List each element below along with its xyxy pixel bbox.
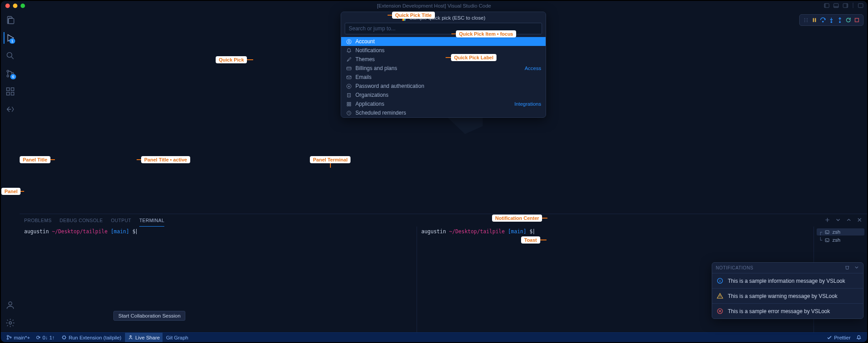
branch-icon bbox=[6, 335, 12, 340]
liveshare-icon[interactable] bbox=[4, 103, 16, 115]
pause-icon[interactable] bbox=[811, 17, 818, 24]
notification-item-err[interactable]: This is a sample error message by VSLook bbox=[712, 303, 863, 318]
svg-point-46 bbox=[7, 338, 8, 339]
svg-point-21 bbox=[807, 20, 808, 21]
close-panel-icon[interactable] bbox=[856, 217, 863, 224]
notification-item-info[interactable]: This is a sample information message by … bbox=[712, 273, 863, 288]
clear-all-icon[interactable] bbox=[844, 264, 850, 271]
zoom-window-icon[interactable] bbox=[21, 4, 25, 8]
close-window-icon[interactable] bbox=[5, 4, 10, 8]
status-liveshare[interactable]: Live Share bbox=[125, 333, 163, 342]
svg-rect-39 bbox=[349, 104, 351, 106]
status-notifications-bell[interactable] bbox=[853, 335, 864, 340]
info-icon bbox=[717, 277, 723, 284]
debug-toolbar bbox=[799, 14, 864, 26]
panel-tab-debug-console[interactable]: DEBUG CONSOLE bbox=[60, 214, 103, 227]
quick-pick-item-emails[interactable]: Emails bbox=[341, 73, 546, 82]
svg-point-16 bbox=[9, 322, 12, 324]
panel-bottom-icon[interactable] bbox=[833, 3, 839, 9]
lock-icon bbox=[346, 83, 352, 89]
quick-pick-item-themes[interactable]: Themes bbox=[341, 55, 546, 64]
chevron-down-icon[interactable] bbox=[835, 217, 841, 224]
step-over-icon[interactable] bbox=[819, 17, 826, 24]
svg-point-9 bbox=[7, 75, 8, 77]
panel-right-icon[interactable] bbox=[843, 3, 848, 9]
panel-left-icon[interactable] bbox=[824, 3, 830, 9]
quick-pick-item-password[interactable]: Password and authentication bbox=[341, 82, 546, 91]
layout-icon[interactable] bbox=[858, 3, 864, 9]
svg-rect-24 bbox=[815, 18, 816, 22]
minimize-window-icon[interactable] bbox=[13, 4, 17, 8]
panel-tab-terminal[interactable]: TERMINAL bbox=[139, 214, 164, 227]
run-debug-badge: 1 bbox=[9, 38, 15, 44]
status-prettier[interactable]: Prettier bbox=[824, 335, 853, 340]
quick-pick-item-scheduled[interactable]: Scheduled reminders bbox=[341, 108, 546, 117]
quick-pick-input[interactable] bbox=[345, 23, 542, 34]
source-control-icon[interactable]: 6 bbox=[4, 68, 16, 79]
status-gitgraph[interactable]: Git Graph bbox=[163, 333, 191, 342]
traffic-lights[interactable] bbox=[5, 4, 25, 8]
panel-tab-problems[interactable]: PROBLEMS bbox=[24, 214, 52, 227]
quick-pick-item-applications[interactable]: Applications Integrations bbox=[341, 99, 546, 108]
quick-pick-item-account[interactable]: Account bbox=[341, 37, 546, 46]
step-out-icon[interactable] bbox=[836, 17, 843, 24]
hide-icon[interactable] bbox=[854, 264, 860, 271]
quick-pick-item-desc: Integrations bbox=[514, 101, 541, 107]
status-branch-label: main*+ bbox=[14, 335, 30, 340]
body: 1 6 bbox=[1, 11, 867, 332]
svg-point-17 bbox=[805, 18, 805, 19]
quick-pick-item-label: Scheduled reminders bbox=[355, 110, 541, 116]
rainbow-icon: 🌈 bbox=[401, 15, 408, 21]
run-debug-icon[interactable]: 1 bbox=[4, 32, 15, 44]
svg-point-15 bbox=[8, 302, 12, 305]
status-run-extension[interactable]: Run Extension (tailpile) bbox=[58, 333, 124, 342]
status-sync[interactable]: ⟳ 0↓ 1↑ bbox=[33, 333, 58, 342]
terminal-icon bbox=[825, 238, 830, 243]
maximize-panel-icon[interactable] bbox=[846, 217, 852, 224]
card-icon bbox=[346, 66, 352, 71]
drag-handle-icon[interactable] bbox=[802, 17, 810, 24]
svg-rect-5 bbox=[847, 4, 848, 8]
new-terminal-icon[interactable] bbox=[824, 217, 830, 224]
terminal-icon bbox=[825, 230, 830, 235]
status-sync-label: 0↓ 1↑ bbox=[42, 335, 55, 340]
sync-icon: ⟳ bbox=[36, 335, 41, 341]
svg-point-30 bbox=[348, 40, 349, 41]
svg-rect-28 bbox=[855, 18, 859, 22]
titlebar: [Extension Development Host] Visual Stud… bbox=[1, 1, 867, 11]
warning-icon bbox=[717, 293, 723, 299]
check-icon bbox=[826, 335, 832, 340]
quick-pick-item-notifications[interactable]: Notifications bbox=[341, 46, 546, 55]
terminal-tab-2[interactable]: └ zsh bbox=[817, 236, 864, 244]
notification-text: This is a sample error message by VSLook bbox=[728, 308, 830, 314]
status-bar: main*+ ⟳ 0↓ 1↑ Run Extension (tailpile) … bbox=[1, 332, 867, 342]
liveshare-icon bbox=[128, 335, 134, 340]
debug-alt-icon bbox=[61, 335, 67, 340]
separator bbox=[853, 3, 853, 8]
status-prettier-label: Prettier bbox=[834, 335, 851, 340]
status-run-label: Run Extension (tailpile) bbox=[69, 335, 121, 340]
account-circle-icon bbox=[346, 39, 352, 45]
terminal-tab-label: zsh bbox=[832, 237, 840, 243]
extensions-icon[interactable] bbox=[4, 86, 16, 97]
explorer-icon[interactable] bbox=[4, 14, 16, 26]
terminal-tab-1[interactable]: ┌ zsh bbox=[817, 228, 864, 236]
terminal-1[interactable]: augustin ~/Desktop/tailpile [main] $ bbox=[20, 227, 417, 332]
svg-point-7 bbox=[7, 53, 12, 58]
quick-pick-item-label: Organizations bbox=[355, 92, 541, 98]
stop-icon[interactable] bbox=[853, 17, 860, 24]
quick-pick-item-desc: Access bbox=[525, 66, 541, 71]
svg-rect-11 bbox=[7, 88, 9, 91]
svg-rect-36 bbox=[347, 102, 348, 103]
quick-pick-item-organizations[interactable]: Organizations bbox=[341, 91, 546, 99]
panel-tab-output[interactable]: OUTPUT bbox=[111, 214, 131, 227]
search-icon[interactable] bbox=[4, 50, 16, 62]
settings-gear-icon[interactable] bbox=[4, 317, 16, 329]
quick-pick-item-billings[interactable]: Billings and plans Access bbox=[341, 64, 546, 73]
notification-item-warn[interactable]: This is a sample warning message by VSLo… bbox=[712, 288, 863, 303]
svg-rect-38 bbox=[347, 104, 348, 106]
status-branch[interactable]: main*+ bbox=[4, 333, 33, 342]
restart-icon[interactable] bbox=[845, 17, 852, 24]
step-into-icon[interactable] bbox=[828, 17, 835, 24]
account-icon[interactable] bbox=[4, 299, 16, 311]
